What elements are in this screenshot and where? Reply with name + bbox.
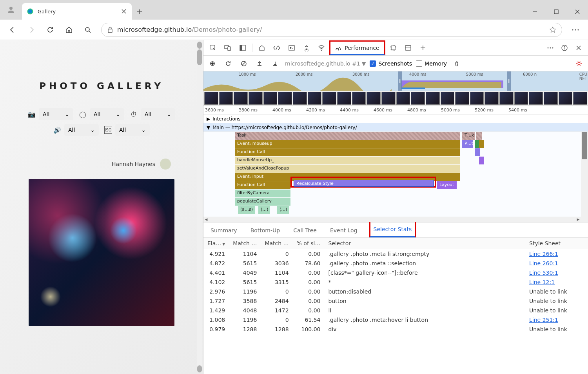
table-row[interactable]: 0.97912881288100.00divUnable to link bbox=[203, 325, 588, 334]
record-button[interactable] bbox=[207, 58, 218, 69]
close-window-button[interactable] bbox=[567, 4, 588, 20]
screenshots-checkbox[interactable]: ✓Screenshots bbox=[370, 60, 412, 67]
table-row[interactable]: 4.102561533150.00*Line 12:1 bbox=[203, 277, 588, 287]
console-tab-icon[interactable] bbox=[285, 41, 299, 55]
table-row[interactable]: 1.0081196061.54.gallery .photo .meta:hov… bbox=[203, 315, 588, 325]
flame-call[interactable] bbox=[479, 157, 484, 164]
flame-call[interactable]: Function Call bbox=[235, 181, 290, 189]
flame-call[interactable]: (…) bbox=[258, 206, 270, 214]
flame-event[interactable]: Event: mouseup bbox=[235, 140, 460, 148]
col-selector[interactable]: Selector bbox=[324, 238, 525, 249]
col-stylesheet[interactable]: Style Sheet bbox=[525, 238, 588, 249]
interactions-track-header[interactable]: ▶Interactions bbox=[203, 115, 588, 123]
tab-bottom-up[interactable]: Bottom-Up bbox=[249, 223, 282, 237]
filmstrip[interactable] bbox=[203, 91, 588, 106]
flame-call[interactable] bbox=[475, 148, 480, 156]
network-tab-icon[interactable] bbox=[314, 41, 328, 55]
filmstrip-frame[interactable] bbox=[485, 92, 499, 105]
filmstrip-frame[interactable] bbox=[411, 92, 425, 105]
flame-task[interactable] bbox=[476, 132, 482, 140]
memory-tab-icon[interactable] bbox=[386, 41, 400, 55]
cell-stylesheet[interactable]: Line 251:1 bbox=[525, 315, 588, 325]
clear-button[interactable] bbox=[238, 58, 250, 69]
col-pct[interactable]: % of sl… bbox=[293, 238, 325, 249]
table-row[interactable]: 4.401404911040.00[class*=" gallery-icon-… bbox=[203, 268, 588, 277]
load-profile-button[interactable] bbox=[254, 58, 265, 69]
tab-selector-stats[interactable]: Selector Stats bbox=[369, 221, 416, 237]
settings-icon[interactable] bbox=[573, 58, 585, 69]
flame-layout[interactable]: Layout bbox=[437, 181, 457, 189]
camera-filter[interactable]: All⌄ bbox=[39, 108, 73, 120]
browser-tab[interactable]: Gallery bbox=[22, 3, 132, 20]
filmstrip-frame[interactable] bbox=[352, 92, 366, 105]
filmstrip-frame[interactable] bbox=[367, 92, 381, 105]
filmstrip-frame[interactable] bbox=[544, 92, 558, 105]
more-options-icon[interactable] bbox=[543, 41, 557, 55]
gallery-photo[interactable] bbox=[29, 179, 174, 326]
flame-event[interactable]: P…t bbox=[462, 140, 473, 148]
col-elapsed[interactable]: Ela…▼ bbox=[203, 238, 229, 249]
table-row[interactable]: 4.921110400.00.gallery .photo .meta li s… bbox=[203, 249, 588, 259]
scroll-up-button[interactable] bbox=[197, 42, 202, 49]
shutter-filter[interactable]: All⌄ bbox=[141, 108, 175, 120]
filmstrip-frame[interactable] bbox=[381, 92, 396, 105]
save-profile-button[interactable] bbox=[269, 58, 281, 69]
overview-left-handle[interactable]: || bbox=[398, 71, 402, 91]
filmstrip-frame[interactable] bbox=[278, 92, 292, 105]
flame-call[interactable]: populateGallery bbox=[235, 198, 290, 206]
welcome-tab-icon[interactable] bbox=[255, 41, 269, 55]
filmstrip-frame[interactable] bbox=[234, 92, 248, 105]
timeline-overview[interactable]: 1000 ms 2000 ms 3000 ms 4000 ms 5000 ms … bbox=[203, 71, 588, 91]
aperture-filter[interactable]: All⌄ bbox=[90, 108, 124, 120]
filmstrip-frame[interactable] bbox=[573, 92, 587, 105]
inspect-element-icon[interactable] bbox=[206, 41, 220, 55]
cell-stylesheet[interactable]: Line 530:1 bbox=[525, 268, 588, 277]
help-icon[interactable]: ? bbox=[557, 41, 572, 55]
flame-task[interactable]: Task bbox=[235, 132, 460, 140]
filmstrip-frame[interactable] bbox=[514, 92, 528, 105]
flame-task[interactable]: T…k bbox=[462, 132, 475, 140]
table-row[interactable]: 4.8725615303678.60.gallery .photo .meta … bbox=[203, 259, 588, 268]
maximize-button[interactable] bbox=[546, 4, 567, 20]
cell-stylesheet[interactable]: Line 12:1 bbox=[525, 277, 588, 287]
flame-call[interactable]: setValueAndClosePopup bbox=[235, 165, 460, 173]
close-devtools-icon[interactable] bbox=[572, 41, 586, 55]
filmstrip-frame[interactable] bbox=[249, 92, 263, 105]
url-input[interactable]: microsoftedge.github.io/Demos/photo-gall… bbox=[101, 23, 562, 37]
filmstrip-frame[interactable] bbox=[455, 92, 469, 105]
filmstrip-frame[interactable] bbox=[322, 92, 336, 105]
filmstrip-frame[interactable] bbox=[308, 92, 322, 105]
flame-call[interactable]: filterByCamera bbox=[235, 190, 290, 197]
filmstrip-frame[interactable] bbox=[219, 92, 233, 105]
filmstrip-frame[interactable] bbox=[470, 92, 484, 105]
app-menu-button[interactable] bbox=[567, 21, 584, 38]
flame-call[interactable]: (…) bbox=[277, 206, 289, 214]
flame-call[interactable]: handleMouseUp_ bbox=[235, 157, 460, 164]
back-button[interactable] bbox=[4, 21, 21, 38]
flame-recalc-style[interactable]: Recalculate Style bbox=[294, 180, 434, 187]
refresh-button[interactable] bbox=[42, 21, 59, 38]
focal-filter[interactable]: All⌄ bbox=[64, 124, 99, 136]
filmstrip-frame[interactable] bbox=[529, 92, 543, 105]
more-tabs-button[interactable] bbox=[416, 41, 430, 55]
page-scrollbar[interactable] bbox=[197, 42, 202, 372]
flame-hscrollbar[interactable]: ◀▶ bbox=[203, 217, 581, 222]
home-button[interactable] bbox=[60, 21, 78, 38]
filmstrip-frame[interactable] bbox=[559, 92, 573, 105]
tab-event-log[interactable]: Event Log bbox=[328, 223, 359, 237]
new-tab-button[interactable] bbox=[132, 4, 147, 20]
performance-tab[interactable]: Performance bbox=[329, 40, 385, 55]
iso-filter[interactable]: All⌄ bbox=[115, 124, 150, 136]
search-button[interactable] bbox=[79, 21, 96, 38]
filmstrip-frame[interactable] bbox=[499, 92, 514, 105]
minimize-button[interactable] bbox=[524, 4, 546, 20]
dock-side-icon[interactable] bbox=[236, 41, 250, 55]
flame-call[interactable]: (a…s) bbox=[238, 206, 255, 214]
filmstrip-frame[interactable] bbox=[396, 92, 410, 105]
scroll-thumb[interactable] bbox=[197, 49, 202, 65]
sources-tab-icon[interactable] bbox=[299, 41, 314, 55]
flame-event[interactable] bbox=[479, 140, 484, 148]
gc-button[interactable] bbox=[451, 58, 463, 69]
filmstrip-frame[interactable] bbox=[204, 92, 218, 105]
filmstrip-frame[interactable] bbox=[337, 92, 351, 105]
